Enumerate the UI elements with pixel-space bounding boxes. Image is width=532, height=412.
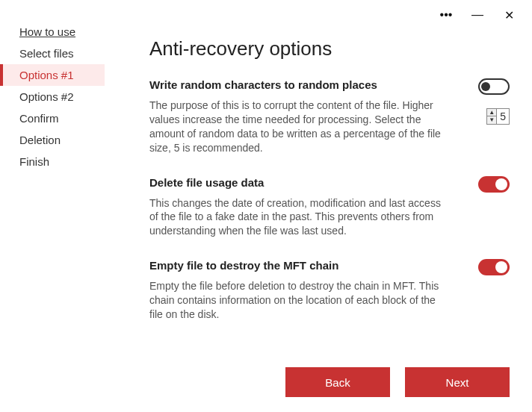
sidebar-item-how-to-use[interactable]: How to use (0, 21, 105, 43)
minimize-icon[interactable]: — (471, 8, 484, 22)
spinner-up-icon[interactable]: ▲ (487, 109, 496, 116)
option-empty-mft: Empty file to destroy the MFT chain Empt… (149, 259, 510, 322)
sidebar-item-deletion[interactable]: Deletion (0, 129, 105, 151)
toggle-knob-icon (481, 82, 490, 91)
back-button[interactable]: Back (285, 367, 390, 397)
option-title: Empty file to destroy the MFT chain (149, 259, 448, 272)
option-title: Delete file usage data (149, 176, 448, 189)
spinner-value: 5 (497, 110, 509, 122)
close-icon[interactable]: ✕ (502, 8, 516, 22)
option-title: Write random characters to random places (149, 78, 448, 91)
option-desc: Empty the file before deletion to destro… (149, 279, 448, 322)
spinner-down-icon[interactable]: ▼ (487, 116, 496, 124)
toggle-write-random[interactable] (478, 78, 510, 95)
sidebar: How to use Select files Options #1 Optio… (0, 0, 105, 412)
toggle-delete-usage[interactable] (478, 176, 510, 193)
option-write-random: Write random characters to random places… (149, 78, 510, 155)
next-button[interactable]: Next (405, 367, 510, 397)
sidebar-item-finish[interactable]: Finish (0, 151, 105, 172)
toggle-knob-icon (495, 178, 507, 190)
more-icon[interactable]: ••• (439, 8, 453, 22)
sidebar-item-options-1[interactable]: Options #1 (0, 64, 105, 86)
option-desc: This changes the date of creation, modif… (149, 196, 448, 239)
sidebar-item-confirm[interactable]: Confirm (0, 107, 105, 129)
footer-buttons: Back Next (285, 367, 510, 397)
toggle-knob-icon (495, 261, 507, 273)
option-desc: The purpose of this is to corrupt the co… (149, 99, 448, 155)
page-title: Anti-recovery options (149, 37, 510, 60)
spinner-random-percent[interactable]: ▲ ▼ 5 (486, 108, 510, 125)
toggle-empty-mft[interactable] (478, 259, 510, 275)
option-delete-usage: Delete file usage data This changes the … (149, 176, 510, 239)
sidebar-item-options-2[interactable]: Options #2 (0, 86, 105, 107)
sidebar-item-select-files[interactable]: Select files (0, 43, 105, 64)
main-panel: Anti-recovery options Write random chara… (149, 37, 510, 352)
titlebar: ••• — ✕ (423, 0, 532, 30)
